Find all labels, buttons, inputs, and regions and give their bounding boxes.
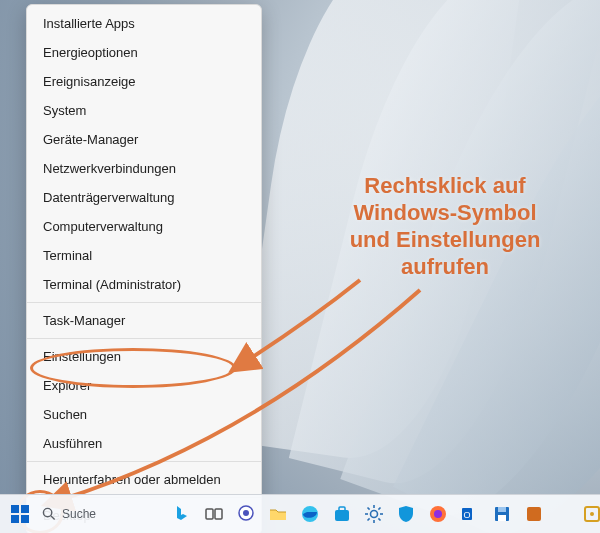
svg-rect-27 bbox=[498, 507, 506, 512]
tray-icon bbox=[582, 504, 600, 524]
annotation-line: Rechtsklick auf bbox=[364, 173, 525, 198]
annotation-line: Windows-Symbol bbox=[353, 200, 536, 225]
svg-rect-29 bbox=[527, 507, 541, 521]
svg-text:O: O bbox=[463, 510, 470, 520]
annotation-line: aufrufen bbox=[401, 254, 489, 279]
app-icon bbox=[524, 504, 544, 524]
menu-item-event-viewer[interactable]: Ereignisanzeige bbox=[27, 67, 261, 96]
menu-item-run[interactable]: Ausführen bbox=[27, 429, 261, 458]
svg-rect-3 bbox=[21, 515, 29, 523]
edge-icon bbox=[300, 504, 320, 524]
folder-icon bbox=[268, 504, 288, 524]
svg-rect-6 bbox=[206, 509, 213, 519]
winx-context-menu: Installierte Apps Energieoptionen Ereign… bbox=[26, 4, 262, 533]
taskbar-chat-icon[interactable] bbox=[232, 500, 260, 528]
svg-rect-1 bbox=[21, 505, 29, 513]
start-button[interactable] bbox=[6, 500, 34, 528]
menu-item-task-manager[interactable]: Task-Manager bbox=[27, 306, 261, 335]
windows-icon bbox=[10, 504, 30, 524]
annotation-oval-settings bbox=[30, 348, 236, 388]
menu-item-terminal[interactable]: Terminal bbox=[27, 241, 261, 270]
svg-point-23 bbox=[434, 510, 442, 518]
gear-icon bbox=[364, 504, 384, 524]
svg-line-18 bbox=[368, 508, 370, 510]
floppy-icon bbox=[492, 504, 512, 524]
annotation-line: und Einstellungen bbox=[350, 227, 541, 252]
firefox-icon bbox=[428, 504, 448, 524]
taskbar: Suche bbox=[0, 494, 600, 533]
taskbar-explorer-icon[interactable] bbox=[264, 500, 292, 528]
menu-item-terminal-admin[interactable]: Terminal (Administrator) bbox=[27, 270, 261, 299]
svg-line-20 bbox=[368, 518, 370, 520]
shield-icon bbox=[396, 504, 416, 524]
bing-icon bbox=[172, 504, 192, 524]
svg-rect-0 bbox=[11, 505, 19, 513]
svg-point-31 bbox=[590, 512, 594, 516]
menu-separator bbox=[27, 461, 261, 462]
menu-item-shutdown-signout[interactable]: Herunterfahren oder abmelden bbox=[27, 465, 261, 494]
store-icon bbox=[332, 504, 352, 524]
menu-separator bbox=[27, 302, 261, 303]
taskbar-app-icon[interactable] bbox=[520, 500, 548, 528]
taskbar-edge-icon[interactable] bbox=[296, 500, 324, 528]
search-label: Suche bbox=[62, 507, 96, 521]
svg-point-4 bbox=[43, 508, 51, 516]
svg-rect-28 bbox=[498, 515, 506, 521]
menu-separator bbox=[27, 338, 261, 339]
taskbar-save-icon[interactable] bbox=[488, 500, 516, 528]
menu-item-power-options[interactable]: Energieoptionen bbox=[27, 38, 261, 67]
taskbar-firefox-icon[interactable] bbox=[424, 500, 452, 528]
svg-rect-7 bbox=[215, 509, 222, 519]
taskbar-outlook-icon[interactable]: O bbox=[456, 500, 484, 528]
menu-item-disk-management[interactable]: Datenträgerverwaltung bbox=[27, 183, 261, 212]
svg-line-21 bbox=[378, 508, 380, 510]
svg-line-19 bbox=[378, 518, 380, 520]
desktop: Installierte Apps Energieoptionen Ereign… bbox=[0, 0, 600, 533]
menu-item-system[interactable]: System bbox=[27, 96, 261, 125]
annotation-text: Rechtsklick auf Windows-Symbol und Einst… bbox=[310, 172, 580, 280]
svg-rect-12 bbox=[339, 507, 345, 511]
taskbar-store-icon[interactable] bbox=[328, 500, 356, 528]
taskbar-bing-icon[interactable] bbox=[168, 500, 196, 528]
taskbar-search[interactable]: Suche bbox=[38, 500, 104, 528]
taskbar-security-icon[interactable] bbox=[392, 500, 420, 528]
taskbar-taskview-icon[interactable] bbox=[200, 500, 228, 528]
taskbar-tray-icon[interactable] bbox=[578, 500, 600, 528]
chat-icon bbox=[236, 504, 256, 524]
search-icon bbox=[42, 507, 56, 521]
svg-rect-2 bbox=[11, 515, 19, 523]
menu-item-installed-apps[interactable]: Installierte Apps bbox=[27, 9, 261, 38]
svg-point-9 bbox=[243, 510, 249, 516]
taskbar-settings-icon[interactable] bbox=[360, 500, 388, 528]
outlook-icon: O bbox=[460, 504, 480, 524]
taskview-icon bbox=[204, 504, 224, 524]
menu-item-search[interactable]: Suchen bbox=[27, 400, 261, 429]
svg-line-5 bbox=[51, 516, 55, 520]
menu-item-network-connections[interactable]: Netzwerkverbindungen bbox=[27, 154, 261, 183]
menu-item-device-manager[interactable]: Geräte-Manager bbox=[27, 125, 261, 154]
svg-point-13 bbox=[371, 511, 378, 518]
menu-item-computer-management[interactable]: Computerverwaltung bbox=[27, 212, 261, 241]
